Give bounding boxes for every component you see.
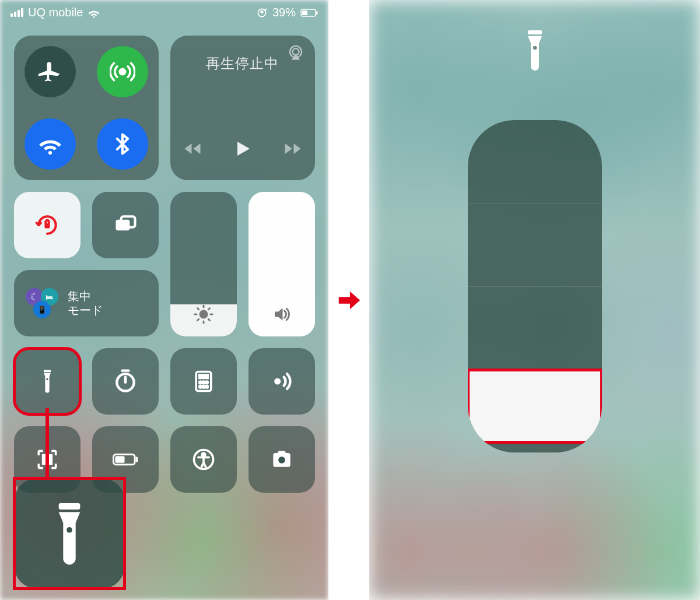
battery-percent: 39% xyxy=(272,6,296,19)
orientation-lock-button[interactable] xyxy=(14,192,80,258)
cell-signal-icon xyxy=(10,8,23,17)
calculator-button[interactable] xyxy=(170,348,237,415)
volume-icon xyxy=(271,304,292,327)
focus-mode-button[interactable]: ☾ 🛏 📱 集中 モード xyxy=(14,270,159,336)
svg-rect-36 xyxy=(528,30,542,34)
svg-point-35 xyxy=(66,527,72,533)
flashlight-button[interactable] xyxy=(14,348,80,415)
nfc-reader-button[interactable] xyxy=(249,348,315,415)
control-center-panel: UQ mobile 39% xyxy=(0,0,328,600)
svg-rect-34 xyxy=(59,503,80,510)
svg-point-33 xyxy=(278,457,285,464)
svg-rect-29 xyxy=(115,456,124,463)
flashlight-detail-panel xyxy=(369,0,700,600)
camera-button[interactable] xyxy=(249,426,315,493)
svg-point-5 xyxy=(120,69,125,74)
accessibility-button[interactable] xyxy=(170,426,237,493)
svg-rect-30 xyxy=(135,457,138,462)
cellular-data-button[interactable] xyxy=(97,46,148,97)
focus-label-2: モード xyxy=(68,303,103,317)
status-bar: UQ mobile 39% xyxy=(0,0,328,25)
flashlight-header-icon xyxy=(369,0,700,73)
svg-point-32 xyxy=(202,453,205,457)
svg-point-23 xyxy=(274,378,281,385)
rewind-button[interactable] xyxy=(182,138,203,159)
annotation-connector xyxy=(46,408,49,480)
brightness-slider[interactable] xyxy=(170,192,237,336)
flashlight-level-1[interactable] xyxy=(468,370,602,443)
flashlight-callout xyxy=(14,478,125,589)
screen-mirroring-button[interactable] xyxy=(92,192,159,258)
forward-button[interactable] xyxy=(282,138,303,159)
svg-point-37 xyxy=(533,46,536,50)
rotation-lock-icon xyxy=(256,7,268,19)
svg-rect-16 xyxy=(199,375,208,378)
battery-icon xyxy=(300,9,318,17)
svg-point-21 xyxy=(202,385,205,388)
carrier-label: UQ mobile xyxy=(28,6,83,19)
flashlight-intensity-slider[interactable] xyxy=(468,120,602,452)
bluetooth-button[interactable] xyxy=(97,118,148,170)
svg-rect-3 xyxy=(302,10,307,15)
svg-rect-4 xyxy=(316,11,318,15)
wifi-button[interactable] xyxy=(24,118,76,170)
svg-point-20 xyxy=(199,385,201,388)
transition-arrow-area xyxy=(328,0,369,600)
brightness-icon xyxy=(193,304,214,327)
flashlight-icon xyxy=(46,501,93,566)
svg-point-18 xyxy=(202,381,205,384)
svg-point-17 xyxy=(199,381,201,384)
focus-icon-cluster: ☾ 🛏 📱 xyxy=(26,287,58,320)
play-button[interactable] xyxy=(232,138,253,159)
svg-rect-9 xyxy=(116,220,130,230)
svg-point-11 xyxy=(200,311,207,318)
svg-point-13 xyxy=(46,378,48,380)
airplane-mode-button[interactable] xyxy=(24,46,76,97)
wifi-icon xyxy=(88,6,100,19)
connectivity-platter[interactable] xyxy=(14,36,159,180)
timer-button[interactable] xyxy=(92,348,159,415)
svg-rect-12 xyxy=(43,370,50,372)
media-status-label: 再生停止中 xyxy=(170,54,315,73)
svg-point-22 xyxy=(205,385,208,388)
arrow-right-icon xyxy=(335,287,362,314)
focus-label-1: 集中 xyxy=(68,289,103,303)
media-platter[interactable]: 再生停止中 xyxy=(170,36,315,180)
svg-point-19 xyxy=(205,381,208,384)
volume-slider[interactable] xyxy=(249,192,315,336)
